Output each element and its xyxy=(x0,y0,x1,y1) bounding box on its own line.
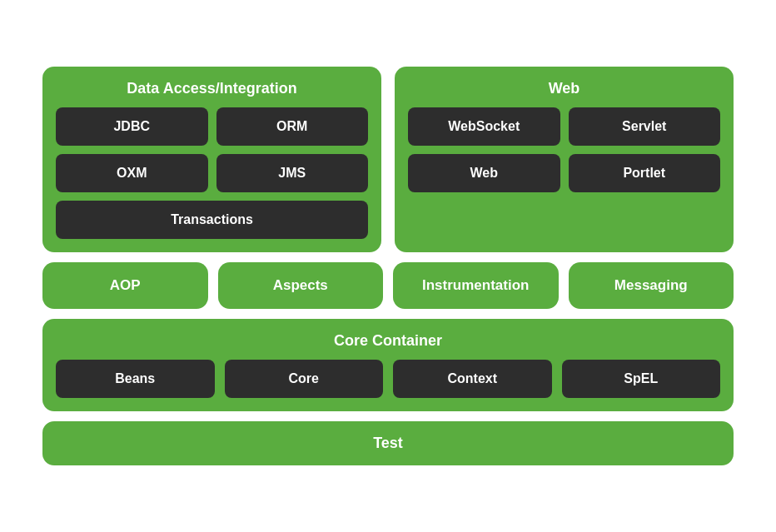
jdbc-box: JDBC xyxy=(56,107,208,146)
core-container-title: Core Container xyxy=(56,332,720,350)
data-access-grid: JDBC ORM OXM JMS Transactions xyxy=(56,107,368,239)
instrumentation-label: Instrumentation xyxy=(422,277,529,294)
data-access-title: Data Access/Integration xyxy=(56,80,368,97)
core-grid: Beans Core Context SpEL xyxy=(56,360,720,398)
messaging-label: Messaging xyxy=(614,277,688,294)
spring-framework-diagram: Data Access/Integration JDBC ORM OXM JMS… xyxy=(26,50,750,482)
core-container-panel: Core Container Beans Core Context SpEL xyxy=(42,319,734,411)
spel-box: SpEL xyxy=(562,360,721,398)
data-access-panel: Data Access/Integration JDBC ORM OXM JMS… xyxy=(42,67,381,252)
oxm-box: OXM xyxy=(56,154,208,192)
test-title: Test xyxy=(56,435,720,452)
aop-panel: AOP xyxy=(42,262,208,309)
aspects-label: Aspects xyxy=(273,277,328,294)
transactions-box: Transactions xyxy=(56,201,368,239)
test-panel: Test xyxy=(42,421,734,465)
web-grid: WebSocket Servlet Web Portlet xyxy=(408,107,720,192)
servlet-box: Servlet xyxy=(569,107,721,146)
web-panel: Web WebSocket Servlet Web Portlet xyxy=(395,67,734,252)
context-box: Context xyxy=(393,360,552,398)
row-middle: AOP Aspects Instrumentation Messaging xyxy=(42,262,734,309)
jms-box: JMS xyxy=(216,154,369,192)
web-title: Web xyxy=(408,80,720,97)
aop-label: AOP xyxy=(110,277,141,294)
instrumentation-panel: Instrumentation xyxy=(393,262,559,309)
websocket-box: WebSocket xyxy=(408,107,560,146)
messaging-panel: Messaging xyxy=(569,262,734,309)
web-box: Web xyxy=(408,154,560,192)
row-top: Data Access/Integration JDBC ORM OXM JMS… xyxy=(42,67,734,252)
aspects-panel: Aspects xyxy=(218,262,384,309)
core-box: Core xyxy=(225,360,384,398)
portlet-box: Portlet xyxy=(569,154,721,192)
orm-box: ORM xyxy=(216,107,369,146)
beans-box: Beans xyxy=(56,360,215,398)
